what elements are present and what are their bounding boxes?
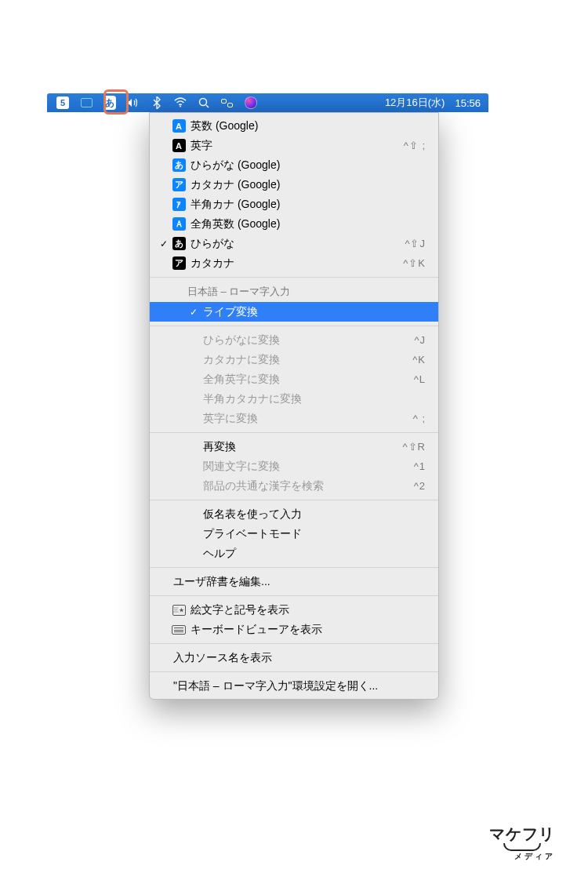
menu-label: キーボードビューアを表示	[187, 623, 426, 637]
menu-label: 絵文字と記号を表示	[187, 603, 426, 617]
menu-label: ライブ変換	[200, 305, 426, 319]
input-badge-icon: ｱ	[170, 198, 187, 211]
wifi-icon[interactable]	[174, 96, 187, 109]
menubar-date[interactable]: 12月16日(水)	[385, 96, 445, 110]
menu-reconvert: 部品の共通な漢字を検索^2	[150, 476, 438, 496]
menu-shortcut: ^K	[412, 354, 426, 366]
menu-label: 全角英字に変換	[200, 373, 414, 387]
menu-label: ヘルプ	[200, 547, 426, 561]
divider	[150, 432, 438, 433]
divider	[150, 326, 438, 326]
divider	[150, 671, 438, 672]
menubar-left: 5 あ	[47, 96, 257, 109]
menu-shortcut: ^ ;	[413, 413, 426, 424]
menu-conversion: カタカナに変換^K	[150, 350, 438, 369]
menu-input-source[interactable]: アカタカナ (Google)	[150, 175, 438, 195]
menu-edit-user-dictionary[interactable]: ユーザ辞書を編集...	[150, 572, 438, 591]
input-badge-icon: ア	[170, 256, 187, 270]
menu-conversion: 半角カタカナに変換	[150, 389, 438, 409]
window-icon[interactable]	[80, 96, 93, 109]
menu-label: 英数 (Google)	[187, 119, 426, 133]
menu-shortcut: ^⇧K	[403, 257, 426, 269]
menu-label: カタカナに変換	[200, 353, 412, 367]
menu-live-conversion[interactable]: ✓ ライブ変換	[150, 302, 438, 322]
menu-label: プライベートモード	[200, 527, 426, 541]
menu-option[interactable]: ヘルプ	[150, 544, 438, 563]
svg-point-0	[180, 105, 181, 107]
volume-icon[interactable]	[127, 96, 140, 109]
menu-shortcut: ^L	[414, 373, 426, 385]
menu-shortcut: ^⇧ ;	[404, 140, 426, 151]
menu-input-source[interactable]: A英数 (Google)	[150, 116, 438, 136]
menu-label: カタカナ	[187, 256, 403, 271]
menu-label: 英字	[187, 139, 404, 153]
menu-reconvert[interactable]: 再変換^⇧R	[150, 437, 438, 457]
input-badge-icon: あ	[170, 158, 187, 172]
menu-shortcut: ^1	[414, 460, 426, 472]
menubar-time[interactable]: 15:56	[455, 97, 481, 109]
watermark-main: マケフリ	[489, 824, 555, 845]
menu-label: 半角カナ (Google)	[187, 198, 426, 212]
menu-input-source[interactable]: Ａ全角英数 (Google)	[150, 214, 438, 234]
menu-conversion: 全角英字に変換^L	[150, 369, 438, 389]
menu-input-source[interactable]: ｱ半角カナ (Google)	[150, 195, 438, 214]
menu-shortcut: ^⇧R	[403, 441, 426, 453]
menu-shortcut: ^⇧J	[405, 238, 426, 249]
keyboard-icon	[172, 625, 186, 635]
menu-label: 部品の共通な漢字を検索	[200, 479, 414, 493]
menu-option[interactable]: プライベートモード	[150, 524, 438, 544]
divider	[150, 567, 438, 568]
menu-label: カタカナ (Google)	[187, 178, 426, 192]
menu-label: 再変換	[200, 440, 403, 454]
menu-shortcut: ^J	[414, 334, 426, 346]
ime-menu-highlight	[103, 89, 129, 115]
menu-shortcut: ^2	[414, 480, 426, 492]
menubar-right: 12月16日(水) 15:56	[385, 96, 488, 110]
watermark: マケフリ メディア	[489, 824, 555, 862]
input-badge-icon: A	[170, 119, 187, 133]
input-badge-icon: Ａ	[170, 217, 187, 231]
ime-dropdown: A英数 (Google)A英字^⇧ ;あひらがな (Google)アカタカナ (…	[149, 112, 439, 700]
input-badge-icon: ア	[170, 178, 187, 191]
menu-label: 仮名表を使って入力	[200, 507, 426, 522]
section-header-japanese: 日本語 – ローマ字入力	[150, 282, 438, 302]
menu-label: 英字に変換	[200, 412, 413, 426]
svg-point-1	[200, 99, 207, 106]
menu-label: "日本語 – ローマ字入力"環境設定を開く...	[170, 679, 426, 693]
divider	[150, 277, 438, 278]
menu-conversion: 英字に変換^ ;	[150, 409, 438, 428]
spotlight-icon[interactable]	[198, 96, 210, 109]
menu-option[interactable]: 仮名表を使って入力	[150, 504, 438, 524]
siri-icon[interactable]	[245, 96, 257, 109]
input-badge-icon: あ	[170, 237, 187, 250]
menu-viewer[interactable]: 三★絵文字と記号を表示	[150, 600, 438, 620]
emoji-icon: 三★	[172, 605, 186, 616]
divider	[150, 595, 438, 596]
menu-show-input-source-name[interactable]: 入力ソース名を表示	[150, 648, 438, 668]
menu-input-source[interactable]: アカタカナ^⇧K	[150, 253, 438, 273]
control-center-icon[interactable]	[221, 96, 234, 109]
menu-label: 入力ソース名を表示	[170, 651, 426, 665]
divider	[150, 643, 438, 644]
menu-label: ユーザ辞書を編集...	[170, 575, 426, 589]
menu-input-source[interactable]: A英字^⇧ ;	[150, 136, 438, 155]
app-badge-5[interactable]: 5	[56, 96, 69, 109]
divider	[150, 500, 438, 500]
menu-label: 関連文字に変換	[200, 460, 414, 474]
menu-label: 半角カタカナに変換	[200, 392, 426, 406]
menu-input-source[interactable]: あひらがな (Google)	[150, 155, 438, 175]
menu-conversion: ひらがなに変換^J	[150, 330, 438, 350]
menu-open-preferences[interactable]: "日本語 – ローマ字入力"環境設定を開く...	[150, 676, 438, 696]
check-icon: ✓	[158, 238, 170, 249]
check-icon: ✓	[187, 307, 200, 318]
menu-label: 全角英数 (Google)	[187, 217, 426, 231]
menu-label: ひらがなに変換	[200, 333, 414, 347]
menu-reconvert: 関連文字に変換^1	[150, 457, 438, 476]
bluetooth-icon[interactable]	[151, 96, 163, 109]
menu-viewer[interactable]: キーボードビューアを表示	[150, 620, 438, 639]
watermark-sub: メディア	[489, 851, 555, 862]
input-badge-icon: A	[170, 139, 187, 152]
menu-label: ひらがな (Google)	[187, 158, 426, 173]
menu-label: ひらがな	[187, 237, 405, 251]
menu-input-source[interactable]: ✓あひらがな^⇧J	[150, 234, 438, 253]
